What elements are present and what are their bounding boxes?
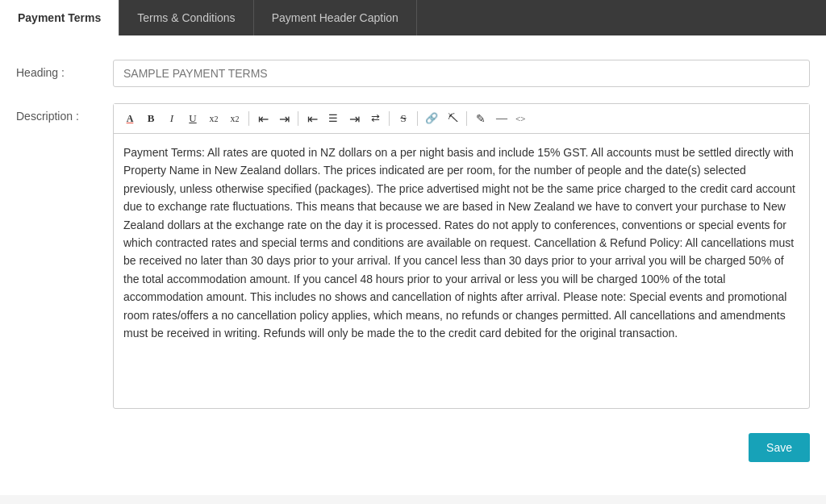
toolbar-separator-5 <box>466 111 467 126</box>
underline-button[interactable]: U <box>183 109 202 128</box>
description-row: Description : A B I U x2 x2 <box>16 103 810 409</box>
save-row: Save <box>16 425 810 462</box>
tab-payment-terms[interactable]: Payment Terms <box>0 0 119 35</box>
strikethrough-button[interactable]: S <box>394 109 413 128</box>
heading-row: Heading : <box>16 60 810 87</box>
toolbar-separator-3 <box>389 111 390 126</box>
italic-button[interactable]: I <box>162 109 181 128</box>
tab-bar: Payment Terms Terms & Conditions Payment… <box>0 0 826 35</box>
indent-button[interactable]: ⇥ <box>274 109 294 128</box>
tab-terms-conditions[interactable]: Terms & Conditions <box>119 0 253 35</box>
subscript-button[interactable]: x2 <box>204 109 223 128</box>
outdent-button[interactable]: ⇤ <box>253 109 273 128</box>
toolbar-separator-4 <box>417 111 418 126</box>
unlink-button[interactable]: ⛏ <box>443 109 462 128</box>
justify-button[interactable]: ⇄ <box>365 109 385 128</box>
heading-input[interactable] <box>113 60 810 87</box>
tab-payment-header-caption[interactable]: Payment Header Caption <box>254 0 417 35</box>
editor-body[interactable]: Payment Terms: All rates are quoted in N… <box>114 134 809 408</box>
editor-wrapper: A B I U x2 x2 ⇤ ⇥ <box>113 103 810 409</box>
save-button[interactable]: Save <box>749 433 810 462</box>
hr-button[interactable]: — <box>492 109 511 128</box>
font-color-button[interactable]: A <box>120 109 140 128</box>
bold-button[interactable]: B <box>141 109 161 128</box>
toolbar-separator-2 <box>298 111 298 126</box>
link-button[interactable]: 🔗 <box>422 109 441 128</box>
superscript-button[interactable]: x2 <box>225 109 244 128</box>
align-center-button[interactable]: ☰ <box>323 109 343 128</box>
highlight-button[interactable]: ✎ <box>471 109 490 128</box>
description-label: Description : <box>16 103 113 123</box>
heading-label: Heading : <box>16 60 113 79</box>
heading-field-wrapper <box>113 60 810 87</box>
align-right-button[interactable]: ⇥ <box>344 109 364 128</box>
toolbar-separator-1 <box>248 111 249 126</box>
source-button[interactable]: <> <box>513 109 528 128</box>
tab-content-payment-terms: Heading : Description : A B I U x <box>0 35 826 495</box>
align-left-button[interactable]: ⇤ <box>302 109 322 128</box>
editor-toolbar: A B I U x2 x2 ⇤ ⇥ <box>114 104 809 134</box>
rich-text-editor: A B I U x2 x2 ⇤ ⇥ <box>113 103 810 409</box>
